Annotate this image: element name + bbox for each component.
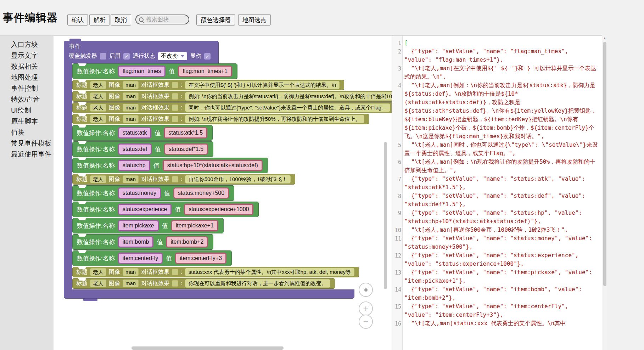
enabled-checkbox[interactable]: ✓ [123,53,130,60]
setvalue-value-field[interactable]: status:def*1.5 [164,143,208,155]
dialog-title-field[interactable]: 老人 [90,268,106,276]
code-text-area[interactable]: [ {"type": "setValue", "name": "flag:man… [403,36,602,350]
code-scrollbar-thumb[interactable] [603,42,606,286]
dialog-title-field[interactable]: 老人 [90,81,106,89]
event-block[interactable]: 事件 覆盖触发器 ✓ 启用 ✓ 通行状态 不改变 显伤 ✓ 数值操作:名称 fl… [64,41,392,301]
setvalue-value-field[interactable]: status:money+500 [173,187,229,199]
dialog-effect-checkbox[interactable] [172,176,178,182]
setvalue-value-field[interactable]: status:experience+1000 [184,204,253,215]
sidebar-category-item[interactable]: 显示文字 [0,50,54,61]
confirm-button[interactable]: 确认 [67,14,88,26]
recenter-button[interactable] [359,283,373,297]
dialog-effect-checkbox[interactable] [172,82,178,88]
setvalue-name-field[interactable]: item:bomb [118,236,154,248]
setvalue-value-field[interactable]: status:hp+10*(status:atk+status:def) [163,160,263,171]
dialog-text-block[interactable]: 标题 老人 图像 man 对话框效果 : status:xxx 代表勇士的某个属… [72,267,359,277]
setvalue-name-field[interactable]: status:def [118,143,152,155]
setvalue-name-field[interactable]: item:centerFly [118,253,163,264]
sidebar-category-item[interactable]: 值块 [0,127,54,138]
map-pick-button[interactable]: 地图选点 [238,14,271,26]
sidebar-category-item[interactable]: 地图处理 [0,72,54,83]
dialog-title-field[interactable]: 老人 [90,92,106,100]
setvalue-block[interactable]: 数值操作:名称 status:hp 值 status:hp+10*(status… [72,158,268,173]
dialog-text-field[interactable]: 例如: \n现在我将让你的攻防提升50%，再将攻防和的十倍加到生命值上。 [185,115,364,123]
workspace-horizontal-scrollbar[interactable] [131,346,284,350]
dialog-text-field[interactable]: 同时，你也可以通过{"type": "setValue"}来设置一个勇士的属性、… [185,103,390,112]
setvalue-block[interactable]: 数值操作:名称 status:def 值 status:def*1.5 [72,141,213,157]
dialog-title-field[interactable]: 老人 [90,104,106,112]
dialog-effect-checkbox[interactable] [172,269,178,275]
sidebar-category-item[interactable]: 常见事件模板 [0,138,54,149]
dialog-text-field[interactable]: 在文字中使用${' ${ '}和 } 可以计算并显示一个表达式的结果。\n [185,81,340,89]
dialog-effect-checkbox[interactable] [172,105,178,111]
setvalue-label: 数值操作:名称 [77,222,115,230]
setvalue-value-field[interactable]: item:pickaxe+1 [171,220,218,231]
dialog-image-field[interactable]: man [123,175,139,183]
sidebar-category-item[interactable]: 特效/声音 [0,94,54,105]
setvalue-block[interactable]: 数值操作:名称 item:pickaxe 值 item:pickaxe+1 [72,218,224,233]
zoom-in-button[interactable]: + [359,301,373,316]
setvalue-value-field[interactable]: item:bomb+2 [166,236,208,248]
setvalue-block[interactable]: 数值操作:名称 item:bomb 值 item:bomb+2 [72,234,213,250]
dialog-text-field[interactable]: 例如: \n你的当前攻击力是${status:atk}，防御力是${status… [185,92,392,101]
sidebar-category-item[interactable]: 入口方块 [0,39,54,50]
dialog-text-field[interactable]: 再送你500金币，1000经验，1破2炸3飞！ [185,175,291,184]
parse-button[interactable]: 解析 [89,14,110,26]
dialog-image-field[interactable]: man [123,81,139,89]
json-code-editor[interactable]: 12345678910111213141516 [ {"type": "setV… [392,35,602,350]
dialog-text-field[interactable]: 你现在可以重新和我进行对话，进一步看到属性值的改变。 [185,279,330,288]
setvalue-value-field[interactable]: item:centerFly+3 [175,253,226,264]
event-block-header[interactable]: 事件 覆盖触发器 ✓ 启用 ✓ 通行状态 不改变 显伤 ✓ [64,41,219,63]
setvalue-name-field[interactable]: status:hp [118,160,150,171]
dialog-text-block[interactable]: 标题 老人 图像 man 对话框效果 : 例如: \n现在我将让你的攻防提升50… [72,114,369,124]
sidebar-category-item[interactable]: 事件控制 [0,83,54,94]
workspace-vertical-scrollbar[interactable] [384,142,387,289]
dialog-title-field[interactable]: 老人 [90,175,106,183]
dialog-image-field[interactable]: man [123,268,139,276]
sidebar-category-item[interactable]: UI绘制 [0,105,54,116]
dialog-title-field[interactable]: 老人 [90,115,106,123]
code-editor-scrollbar[interactable]: ▲ [602,35,607,350]
setvalue-name-field[interactable]: status:money [118,187,161,199]
block-search-box[interactable] [135,15,189,24]
block-workspace[interactable]: 事件 覆盖触发器 ✓ 启用 ✓ 通行状态 不改变 显伤 ✓ 数值操作:名称 fl… [54,35,392,350]
setvalue-block[interactable]: 数值操作:名称 item:centerFly 值 item:centerFly+… [72,250,232,266]
setvalue-block[interactable]: 数值操作:名称 status:atk 值 status:atk*1.5 [72,125,213,141]
pass-state-dropdown[interactable]: 不改变 [158,52,187,60]
setvalue-value-field[interactable]: status:atk*1.5 [164,127,207,139]
setvalue-name-field[interactable]: flag:man_times [118,66,166,77]
zoom-out-button[interactable]: − [359,315,373,329]
setvalue-block[interactable]: 数值操作:名称 status:money 值 status:money+500 [72,185,234,201]
setvalue-block[interactable]: 数值操作:名称 flag:man_times 值 flag:man_times+… [72,63,237,79]
search-input[interactable] [145,16,186,23]
dialog-image-field[interactable]: man [123,280,139,287]
show-damage-checkbox[interactable]: ✓ [204,53,211,60]
setvalue-value-field[interactable]: flag:man_times+1 [178,66,232,77]
cancel-button[interactable]: 取消 [111,14,131,26]
dialog-title-field[interactable]: 老人 [90,280,106,287]
dialog-image-field[interactable]: man [123,92,139,100]
dialog-effect-checkbox[interactable] [172,280,178,287]
sidebar-category-item[interactable]: 数据相关 [0,61,54,72]
dialog-text-block[interactable]: 标题 老人 图像 man 对话框效果 : 再送你500金币，1000经验，1破2… [72,174,295,185]
dialog-text-block[interactable]: 标题 老人 图像 man 对话框效果 : 你现在可以重新和我进行对话，进一步看到… [72,278,335,289]
dialog-text-block[interactable]: 标题 老人 图像 man 对话框效果 : 在文字中使用${' ${ '}和 } … [72,80,344,90]
sidebar-category-item[interactable]: 最近使用事件 [0,149,54,160]
setvalue-name-field[interactable]: item:pickaxe [118,220,159,231]
dialog-text-block[interactable]: 标题 老人 图像 man 对话框效果 : 例如: \n你的当前攻击力是${sta… [72,91,392,102]
dialog-effect-checkbox[interactable] [172,116,178,122]
scroll-up-arrow-icon[interactable]: ▲ [602,35,607,41]
sidebar-category-item[interactable]: 原生脚本 [0,116,54,127]
dialog-title-label: 标题 [76,280,88,287]
dialog-image-field[interactable]: man [123,115,139,123]
color-picker-button[interactable]: 颜色选择器 [196,14,235,26]
dialog-image-field[interactable]: man [123,104,139,112]
setvalue-name-field[interactable]: status:atk [118,127,151,139]
setvalue-block[interactable]: 数值操作:名称 status:experience 值 status:exper… [72,202,259,217]
setvalue-name-field[interactable]: status:experience [118,204,172,215]
override-trigger-checkbox[interactable]: ✓ [100,53,106,60]
code-line: [ [404,39,600,47]
dialog-text-field[interactable]: status:xxx 代表勇士的某个属性。\n其中xxx可取hp, atk, d… [185,268,354,276]
dialog-effect-checkbox[interactable] [172,93,178,100]
dialog-text-block[interactable]: 标题 老人 图像 man 对话框效果 : 同时，你也可以通过{"type": "… [72,102,392,113]
